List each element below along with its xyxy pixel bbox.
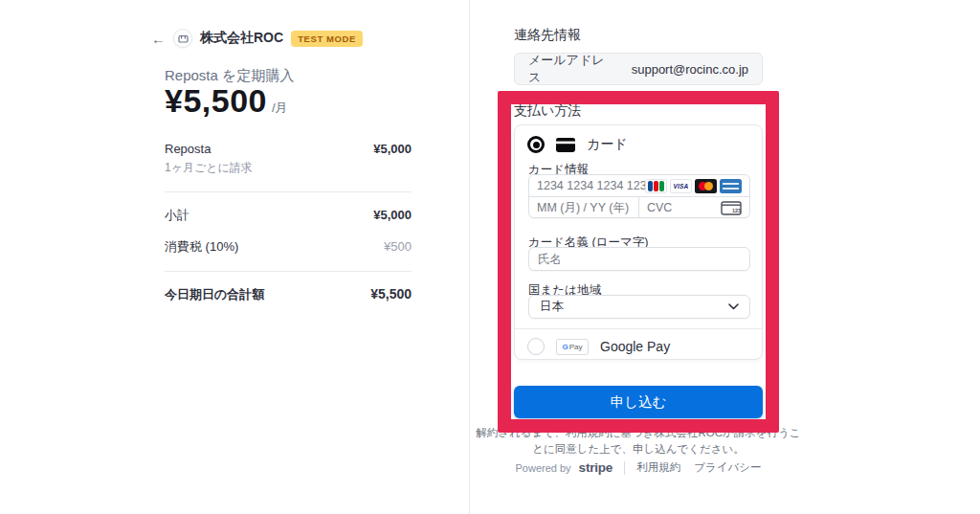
price-amount: ¥5,500	[165, 82, 267, 120]
subtotal-amount: ¥5,000	[373, 208, 412, 222]
total-row: 今日期日の合計額 ¥5,500	[165, 286, 412, 303]
cvc-input[interactable]	[647, 201, 721, 214]
line-item-row: Reposta ¥5,000	[165, 142, 412, 156]
order-summary: Reposta ¥5,000 1ヶ月ごとに請求 小計 ¥5,000 消費税 (1…	[165, 142, 412, 303]
card-radio-selected[interactable]	[527, 136, 545, 153]
line-item-billing-cycle: 1ヶ月ごとに請求	[165, 160, 412, 176]
terms-disclaimer: 解約されるまで、利用規約に基づき株式会社ROCが請求を行うこ とに同意した上で、…	[474, 425, 803, 457]
terms-disclaimer-line1: 解約されるまで、利用規約に基づき株式会社ROCが請求を行うこ	[474, 425, 803, 441]
privacy-link[interactable]: プライバシー	[694, 460, 761, 475]
card-payment-option[interactable]: カード	[527, 136, 628, 153]
card-input-group: VISA 123	[528, 174, 750, 218]
subtotal-row: 小計 ¥5,000	[165, 207, 412, 224]
cvc-cell: 123	[639, 197, 749, 218]
stripe-logo: stripe	[579, 460, 613, 475]
visa-icon: VISA	[670, 179, 692, 193]
pane-divider	[469, 0, 470, 514]
gpay-g: G	[562, 343, 568, 351]
email-value: support@rocinc.co.jp	[632, 62, 748, 77]
merchant-logo-icon	[173, 29, 192, 48]
stripe-footer: Powered by stripe 利用規約 プライバシー	[514, 460, 763, 475]
email-label: メールアドレス	[528, 52, 615, 86]
terms-disclaimer-line2: とに同意した上で、申し込んでください。	[474, 441, 803, 458]
total-amount: ¥5,500	[370, 286, 412, 302]
line-item-name: Reposta	[165, 142, 211, 156]
chevron-down-icon	[728, 303, 739, 310]
price-row: ¥5,500 /月	[165, 82, 288, 120]
svg-text:123: 123	[732, 208, 741, 213]
terms-link[interactable]: 利用規約	[636, 460, 680, 475]
google-pay-badge-icon: G Pay	[556, 339, 589, 355]
gpay-pay: Pay	[569, 343, 583, 351]
card-icon	[556, 138, 575, 152]
expiry-input[interactable]	[537, 201, 631, 214]
google-pay-option[interactable]: G Pay Google Pay	[527, 338, 670, 355]
summary-divider	[165, 191, 412, 192]
checkout-header: ← 株式会社ROC TEST MODE	[151, 29, 363, 48]
total-label: 今日期日の合計額	[165, 286, 264, 303]
country-selected-value: 日本	[540, 299, 564, 315]
cvc-card-icon: 123	[721, 201, 742, 215]
google-pay-label: Google Pay	[600, 339, 670, 354]
tax-amount: ¥500	[384, 239, 412, 254]
line-item-amount: ¥5,000	[373, 142, 412, 156]
expiry-cvc-row: 123	[529, 197, 749, 218]
price-interval: /月	[272, 100, 288, 117]
card-option-label: カード	[587, 136, 628, 153]
tax-label: 消費税 (10%)	[165, 238, 238, 256]
expiry-cell	[529, 197, 639, 218]
cardholder-name-field	[528, 247, 750, 271]
merchant-name: 株式会社ROC	[200, 30, 283, 47]
payment-method-heading: 支払い方法	[514, 102, 581, 120]
country-select[interactable]: 日本	[528, 295, 750, 319]
subtotal-label: 小計	[165, 207, 189, 224]
payment-option-divider	[515, 328, 762, 329]
footer-divider	[624, 461, 625, 475]
card-brand-icons: VISA	[645, 179, 742, 193]
payment-method-container: カード カード情報 VISA	[514, 124, 763, 360]
google-pay-radio[interactable]	[527, 338, 545, 355]
test-mode-badge: TEST MODE	[291, 31, 363, 47]
mastercard-icon	[695, 179, 717, 193]
back-arrow-icon[interactable]: ←	[151, 32, 166, 46]
jcb-icon	[645, 179, 667, 193]
tax-row: 消費税 (10%) ¥500	[165, 238, 412, 256]
powered-by-label: Powered by	[515, 462, 570, 474]
card-number-row: VISA	[529, 175, 749, 197]
contact-info-heading: 連絡先情報	[514, 27, 581, 44]
amex-icon	[720, 179, 742, 193]
email-display-box: メールアドレス support@rocinc.co.jp	[514, 53, 763, 85]
card-number-input[interactable]	[537, 179, 645, 192]
subscribe-button[interactable]: 申し込む	[514, 386, 763, 418]
summary-divider	[165, 271, 412, 272]
cardholder-name-input[interactable]	[538, 253, 741, 266]
